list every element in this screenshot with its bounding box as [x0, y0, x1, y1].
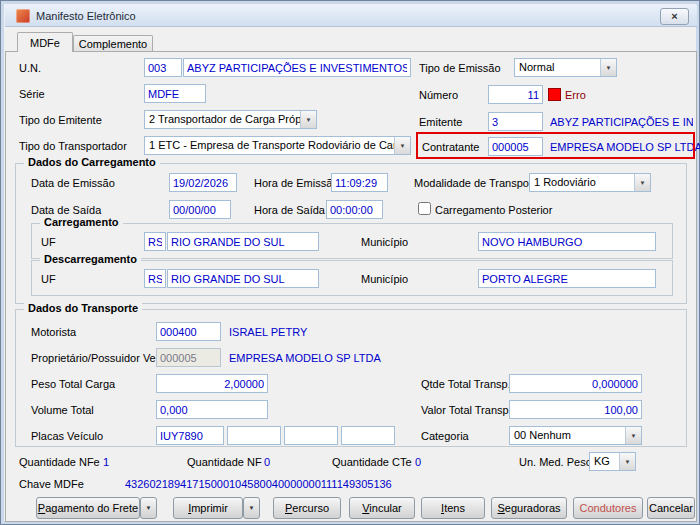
group-descarregamento-title: Descarregamento: [40, 253, 141, 265]
qtd-nfe-value: 1: [103, 456, 109, 468]
hora-saida-input[interactable]: [326, 200, 383, 219]
tipo-transportador-combobox[interactable]: 1 ETC - Empresa de Transporte Rodoviário…: [144, 136, 411, 155]
chevron-down-icon[interactable]: ▼: [394, 137, 410, 154]
hora-saida-label: Hora de Saída: [254, 204, 325, 216]
modalidade-combobox[interactable]: 1 Rodoviário ▼: [529, 173, 651, 192]
chevron-down-icon[interactable]: ▼: [625, 427, 641, 444]
origem-municipio-input[interactable]: [478, 232, 656, 251]
tipo-emitente-combobox[interactable]: 2 Transportador de Carga Própria ▼: [144, 110, 317, 129]
group-dados-transporte-title: Dados do Transporte: [24, 302, 142, 314]
vincular-button[interactable]: Vincular: [349, 497, 415, 519]
group-carregamento-title: Carregamento: [40, 216, 123, 228]
data-saida-label: Data de Saída: [31, 204, 101, 216]
pagamento-frete-button[interactable]: Pagamento do Frete: [36, 497, 140, 519]
condutores-label: Condutores: [580, 502, 637, 514]
chevron-down-icon[interactable]: ▼: [300, 111, 316, 128]
error-label: Erro: [565, 89, 586, 101]
destino-municipio-label: Município: [361, 273, 408, 285]
volume-total-label: Volume Total: [31, 404, 94, 416]
condutores-button[interactable]: Condutores: [573, 497, 643, 519]
close-button[interactable]: ×: [660, 8, 689, 25]
seguradoras-button[interactable]: Seguradoras: [491, 497, 567, 519]
destino-uf-label: UF: [41, 273, 56, 285]
peso-total-input[interactable]: [156, 374, 268, 393]
data-emissao-input[interactable]: [169, 173, 237, 192]
pagamento-frete-dropdown-button[interactable]: ▼: [140, 497, 157, 519]
chevron-down-icon[interactable]: ▼: [619, 453, 635, 470]
tab-mdfe[interactable]: MDFe: [17, 32, 73, 52]
imprimir-dropdown-button[interactable]: ▼: [243, 497, 260, 519]
itens-button[interactable]: Itens: [421, 497, 485, 519]
qtd-nf-label: Quantidade NF: [187, 456, 262, 468]
pagamento-frete-label: Pagamento do Frete: [38, 502, 138, 514]
valor-total-input[interactable]: [509, 400, 642, 419]
tipo-emitente-value: 2 Transportador de Carga Própria: [145, 111, 300, 128]
percurso-label: Percurso: [285, 502, 329, 514]
carregamento-posterior-label: Carregamento Posterior: [435, 204, 552, 216]
qtd-cte-value: 0: [415, 456, 421, 468]
qtde-total-input[interactable]: [509, 374, 642, 393]
destino-municipio-input[interactable]: [478, 269, 656, 288]
placa-1-input[interactable]: [156, 426, 224, 445]
window-title: Manifesto Eletrônico: [36, 10, 136, 22]
origem-municipio-label: Município: [361, 236, 408, 248]
titlebar[interactable]: Manifesto Eletrônico ×: [5, 5, 697, 27]
chevron-down-icon[interactable]: ▼: [634, 174, 650, 191]
close-icon: ×: [671, 10, 677, 22]
destino-uf-nome-input[interactable]: [167, 269, 319, 288]
tab-complemento[interactable]: Complemento: [73, 35, 153, 51]
emitente-label: Emitente: [419, 116, 462, 128]
categoria-combobox[interactable]: 00 Nenhum ▼: [509, 426, 642, 445]
motorista-code-input[interactable]: [156, 322, 221, 341]
placas-label: Placas Veículo: [31, 430, 103, 442]
contratante-code-input[interactable]: [488, 137, 543, 156]
vincular-label: Vincular: [362, 502, 402, 514]
numero-input[interactable]: [488, 85, 543, 104]
un-code-input[interactable]: [144, 58, 182, 77]
carregamento-posterior-checkbox[interactable]: [418, 202, 431, 215]
contratante-label: Contratante: [422, 141, 479, 153]
tipo-emissao-combobox[interactable]: Normal ▼: [514, 58, 617, 77]
tipo-emitente-label: Tipo do Emitente: [19, 114, 102, 126]
qtd-nf-value: 0: [264, 456, 270, 468]
volume-total-input[interactable]: [156, 400, 268, 419]
qtd-nfe-label: Quantidade NFe: [19, 456, 100, 468]
itens-label: Itens: [441, 502, 465, 514]
seguradoras-label: Seguradoras: [498, 502, 561, 514]
imprimir-label: Imprimir: [188, 502, 228, 514]
tipo-emissao-label: Tipo de Emissão: [419, 62, 501, 74]
serie-input[interactable]: [144, 84, 206, 103]
qtd-cte-label: Quantidade CTe: [332, 456, 412, 468]
destino-uf-input[interactable]: [144, 269, 166, 288]
emitente-name: ABYZ PARTICIPAÇÕES E INVEST: [550, 116, 693, 128]
categoria-value: 00 Nenhum: [510, 427, 625, 444]
proprietario-code-input: [156, 348, 221, 367]
imprimir-button[interactable]: Imprimir: [173, 497, 243, 519]
modalidade-label: Modalidade de Transporte: [414, 177, 542, 189]
origem-uf-nome-input[interactable]: [167, 232, 319, 251]
categoria-label: Categoria: [421, 430, 469, 442]
un-med-peso-combobox[interactable]: KG ▼: [589, 452, 636, 471]
cancelar-label: Cancelar: [649, 502, 693, 514]
group-dados-carregamento-title: Dados do Carregamento: [24, 156, 160, 168]
placa-2-input[interactable]: [227, 426, 281, 445]
origem-uf-input[interactable]: [144, 232, 166, 251]
chevron-down-icon[interactable]: ▼: [600, 59, 616, 76]
placa-3-input[interactable]: [284, 426, 338, 445]
chave-mdfe-label: Chave MDFe: [19, 478, 84, 490]
un-label: U.N.: [19, 62, 41, 74]
numero-label: Número: [419, 89, 458, 101]
tab-complemento-label: Complemento: [79, 38, 147, 50]
hora-emissao-input[interactable]: [331, 173, 388, 192]
placa-4-input[interactable]: [341, 426, 395, 445]
emitente-code-input[interactable]: [488, 112, 543, 131]
peso-total-label: Peso Total Carga: [31, 378, 115, 390]
origem-uf-label: UF: [41, 236, 56, 248]
un-name-input[interactable]: [183, 58, 411, 77]
cancelar-button[interactable]: Cancelar: [647, 497, 695, 519]
contratante-name: EMPRESA MODELO SP LTDA: [550, 141, 700, 153]
tipo-transportador-value: 1 ETC - Empresa de Transporte Rodoviário…: [145, 137, 394, 154]
un-med-peso-value: KG: [590, 453, 619, 470]
percurso-button[interactable]: Percurso: [273, 497, 341, 519]
data-saida-input[interactable]: [169, 200, 231, 219]
